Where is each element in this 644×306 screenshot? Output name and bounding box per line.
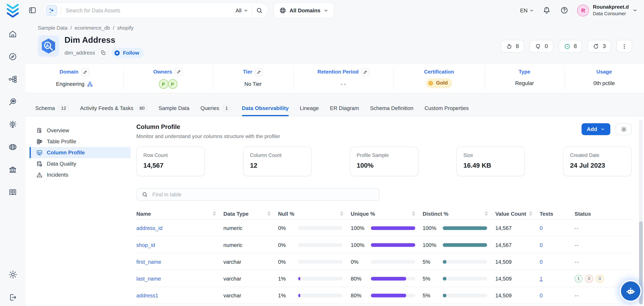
sort-icon[interactable] (268, 211, 271, 216)
upvote-button[interactable]: 8 (500, 40, 524, 53)
version-history-button[interactable]: 3 (588, 40, 611, 53)
distinct-pct-value: 5% (423, 292, 439, 298)
home-icon[interactable] (8, 29, 18, 39)
settings-gear-icon[interactable] (8, 269, 18, 279)
edit-owners-icon[interactable] (175, 68, 183, 76)
tests-link[interactable]: 0 (540, 292, 543, 298)
domain-hierarchy-icon (87, 81, 93, 87)
tab-activity-feeds[interactable]: Activity Feeds & Tasks60 (80, 100, 148, 116)
domains-globe-icon[interactable] (8, 142, 18, 152)
sort-icon[interactable] (484, 211, 488, 216)
meta-domain: Domain Engineering (26, 64, 123, 93)
menu-item-column-profile[interactable]: Column Profile (30, 147, 130, 158)
topbar-right: EN R Rounakpreet.d Data Consumer (520, 4, 638, 17)
openmetadata-logo[interactable] (5, 0, 21, 21)
col-label: Data Type (224, 211, 248, 217)
col-header-distinct[interactable]: Distinct % (423, 211, 495, 217)
col-label: Status (574, 211, 591, 217)
table-profile-icon (36, 138, 43, 145)
vertical-scrollbar[interactable] (639, 119, 643, 304)
col-header-unique[interactable]: Unique % (351, 211, 423, 217)
govern-bank-icon[interactable] (8, 165, 18, 175)
tests-link[interactable]: 0 (540, 242, 543, 248)
column-name-link[interactable]: first_name (136, 259, 161, 265)
tab-count: 12 (58, 105, 69, 111)
owner-avatar[interactable]: P (168, 79, 177, 89)
tests-aborted-badge[interactable]: 0 (596, 275, 604, 282)
distinct-pct-bar (443, 243, 487, 247)
edit-tier-icon[interactable] (255, 68, 263, 76)
tab-schema[interactable]: Schema12 (35, 100, 69, 116)
sort-icon[interactable] (213, 211, 216, 216)
menu-item-table-profile[interactable]: Table Profile (30, 136, 130, 147)
tests-failed-badge[interactable]: 0 (585, 275, 593, 282)
search-icon[interactable] (256, 7, 263, 14)
col-header-data-type[interactable]: Data Type (224, 211, 278, 217)
sort-icon[interactable] (412, 211, 415, 216)
sidebar-toggle-icon[interactable] (27, 5, 38, 16)
breadcrumb-item-schema[interactable]: shopify (117, 25, 134, 31)
column-name-link[interactable]: last_name (136, 275, 161, 281)
tab-label: Data Observability (242, 105, 289, 111)
tests-link[interactable]: 0 (540, 225, 543, 231)
observability-search-eye-icon[interactable] (8, 97, 18, 107)
tests-link[interactable]: 1 (540, 275, 543, 281)
domain-value[interactable]: Engineering (56, 81, 84, 87)
tests-passed-badge[interactable]: 1 (574, 275, 582, 282)
explore-compass-icon[interactable] (8, 52, 18, 62)
ai-chat-bot-button[interactable] (621, 281, 640, 301)
add-button[interactable]: Add (582, 123, 610, 135)
col-header-value-count[interactable]: Value Count (495, 211, 540, 217)
notifications-bell-icon[interactable] (542, 5, 552, 15)
help-icon[interactable] (560, 5, 570, 15)
column-name-link[interactable]: address1 (136, 292, 158, 298)
entity-title-row: Dim Address dim_address Follow (38, 35, 638, 58)
card-value: 16.49 KB (463, 162, 518, 169)
tab-custom-properties[interactable]: Custom Properties (424, 100, 468, 116)
sort-icon[interactable] (529, 211, 532, 216)
tests-link[interactable]: 0 (540, 259, 543, 265)
tier-value: No Tier (244, 81, 262, 87)
column-name-link[interactable]: shop_id (136, 242, 155, 248)
menu-item-data-quality[interactable]: Data Quality (30, 158, 130, 169)
all-domains-dropdown[interactable]: All Domains (274, 3, 334, 18)
find-in-table-input[interactable] (152, 191, 374, 198)
follow-button[interactable]: Follow (112, 48, 144, 58)
menu-item-overview[interactable]: Overview (30, 125, 130, 136)
tab-lineage[interactable]: Lineage (300, 100, 319, 116)
col-header-name[interactable]: Name (136, 211, 224, 217)
col-header-null[interactable]: Null % (278, 211, 351, 217)
logout-icon[interactable] (8, 292, 18, 302)
menu-item-incidents[interactable]: Incidents (30, 169, 130, 180)
tab-data-observability[interactable]: Data Observability (242, 100, 289, 116)
breadcrumb-item-service[interactable]: Sample Data (38, 25, 68, 31)
sort-icon[interactable] (340, 211, 344, 216)
lineage-graph-icon[interactable] (8, 74, 18, 84)
watch-count-button[interactable]: 8 (558, 40, 582, 53)
column-name-link[interactable]: address_id (136, 225, 162, 231)
more-options-kebab-icon[interactable] (616, 40, 632, 53)
col-label: Distinct % (423, 211, 448, 217)
language-dropdown[interactable]: EN (520, 7, 534, 13)
glossary-book-icon[interactable] (8, 187, 18, 197)
type-value: Regular (515, 80, 534, 86)
search-scope-dropdown[interactable]: All (236, 7, 248, 13)
language-label: EN (520, 7, 528, 13)
copy-icon[interactable] (99, 48, 108, 58)
tab-queries[interactable]: Queries1 (200, 100, 231, 116)
globe-icon (279, 7, 286, 14)
insights-bulb-icon[interactable] (8, 119, 18, 129)
edit-domain-icon[interactable] (81, 68, 89, 76)
breadcrumb-item-database[interactable]: ecommerce_db (74, 25, 110, 31)
user-menu[interactable]: R Rounakpreet.d Data Consumer (577, 4, 638, 17)
downvote-button[interactable]: 0 (530, 40, 553, 53)
profiler-settings-button[interactable] (616, 123, 632, 135)
edit-retention-icon[interactable] (361, 68, 369, 76)
tab-sample-data[interactable]: Sample Data (158, 100, 190, 116)
profile-summary-cards: Row Count 14,567 Column Count 12 Profile… (136, 147, 632, 176)
owner-avatar[interactable]: P (159, 79, 168, 89)
tab-er-diagram[interactable]: ER Diagram (330, 100, 359, 116)
tab-schema-definition[interactable]: Schema Definition (370, 100, 414, 116)
ai-sparkle-icon[interactable] (46, 5, 57, 16)
search-input[interactable] (65, 7, 232, 14)
